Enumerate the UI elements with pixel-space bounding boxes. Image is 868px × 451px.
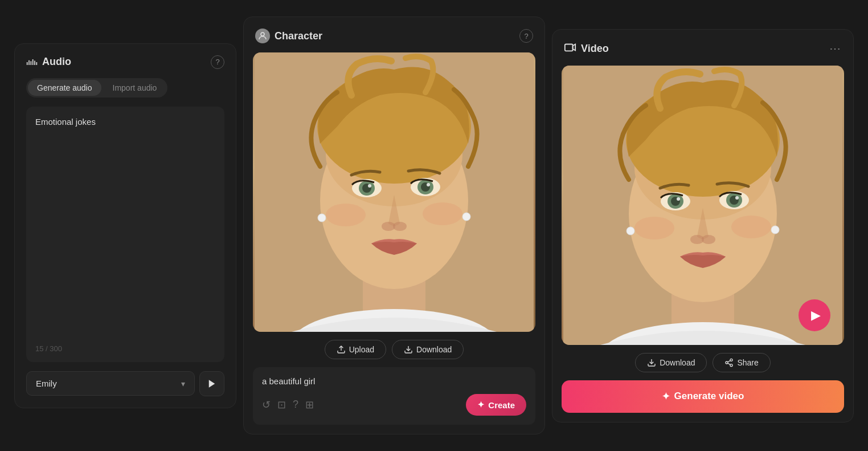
generate-video-icon: ✦ bbox=[662, 391, 670, 403]
video-play-button[interactable]: ▶ bbox=[799, 299, 830, 331]
image-icon[interactable]: ⊡ bbox=[277, 399, 286, 411]
audio-text-area[interactable]: Emotional jokes 15 / 300 bbox=[26, 107, 224, 362]
character-portrait-container bbox=[253, 52, 535, 332]
svg-point-24 bbox=[393, 222, 407, 231]
character-title: Character bbox=[255, 29, 322, 43]
char-count: 15 / 300 bbox=[35, 335, 215, 353]
character-portrait bbox=[253, 52, 535, 332]
svg-point-51 bbox=[634, 217, 674, 239]
voice-selector-row: Emily ▾ bbox=[26, 371, 224, 396]
prompt-icons: ↺ ⊡ ? ⊞ bbox=[262, 399, 314, 411]
character-download-label: Download bbox=[416, 345, 452, 354]
audio-header: Audio ? bbox=[26, 55, 224, 69]
character-prompt-bar: a beautiful girl ↺ ⊡ ? ⊞ ✦ Create bbox=[253, 367, 535, 425]
character-avatar-icon bbox=[255, 29, 270, 43]
svg-point-7 bbox=[261, 32, 264, 36]
upload-button[interactable]: Upload bbox=[325, 340, 386, 359]
share-label: Share bbox=[737, 358, 758, 367]
video-icon bbox=[564, 41, 576, 56]
video-header: Video ⋯ bbox=[552, 30, 853, 66]
create-icon: ✦ bbox=[477, 400, 485, 410]
svg-point-26 bbox=[462, 213, 470, 221]
svg-rect-31 bbox=[565, 44, 573, 51]
svg-point-18 bbox=[368, 184, 371, 188]
audio-text-content: Emotional jokes bbox=[35, 116, 215, 335]
svg-point-49 bbox=[627, 227, 634, 235]
video-portrait-container: ▶ bbox=[562, 66, 844, 345]
character-panel: Character ? bbox=[243, 17, 545, 434]
video-title: Video bbox=[564, 41, 609, 56]
svg-point-25 bbox=[318, 214, 326, 222]
svg-point-22 bbox=[427, 183, 430, 186]
info-icon[interactable]: ? bbox=[293, 399, 298, 411]
character-download-button[interactable]: Download bbox=[392, 340, 464, 359]
video-portrait: ▶ bbox=[562, 66, 844, 345]
svg-point-42 bbox=[677, 197, 680, 201]
audio-panel: Audio ? Generate audio Import audio Emot… bbox=[14, 43, 236, 408]
prompt-actions: ↺ ⊡ ? ⊞ ✦ Create bbox=[262, 394, 526, 416]
svg-point-48 bbox=[702, 235, 715, 244]
svg-point-27 bbox=[326, 204, 366, 226]
svg-point-28 bbox=[423, 202, 462, 225]
play-icon: ▶ bbox=[811, 308, 821, 323]
audio-help-button[interactable]: ? bbox=[211, 55, 224, 69]
character-action-row: Upload Download bbox=[244, 332, 544, 367]
settings-icon[interactable]: ⊞ bbox=[305, 399, 314, 411]
tab-import-audio[interactable]: Import audio bbox=[104, 80, 166, 96]
chevron-down-icon: ▾ bbox=[181, 379, 185, 388]
video-action-row: Download Share bbox=[552, 345, 853, 380]
audio-tab-bar: Generate audio Import audio bbox=[26, 78, 167, 97]
svg-point-54 bbox=[730, 359, 732, 361]
svg-point-52 bbox=[731, 216, 771, 238]
voice-dropdown[interactable]: Emily ▾ bbox=[26, 371, 195, 396]
voice-name: Emily bbox=[36, 379, 57, 388]
create-button[interactable]: ✦ Create bbox=[466, 394, 526, 416]
audio-title: Audio bbox=[26, 56, 71, 68]
play-button[interactable] bbox=[199, 371, 224, 396]
svg-point-50 bbox=[771, 226, 779, 234]
svg-marker-6 bbox=[209, 380, 215, 388]
video-panel: Video ⋯ bbox=[552, 29, 854, 422]
share-button[interactable]: Share bbox=[713, 353, 770, 372]
upload-label: Upload bbox=[349, 345, 374, 354]
svg-point-55 bbox=[726, 361, 728, 364]
svg-line-58 bbox=[728, 360, 731, 362]
character-help-button[interactable]: ? bbox=[519, 29, 533, 43]
video-download-label: Download bbox=[660, 358, 695, 367]
character-header: Character ? bbox=[244, 17, 544, 52]
svg-point-46 bbox=[735, 196, 739, 200]
tab-generate-audio[interactable]: Generate audio bbox=[28, 80, 101, 96]
generate-video-label: Generate video bbox=[674, 391, 744, 402]
create-label: Create bbox=[488, 400, 515, 410]
generate-video-button[interactable]: ✦ Generate video bbox=[562, 380, 844, 413]
video-download-button[interactable]: Download bbox=[635, 353, 707, 372]
prompt-text: a beautiful girl bbox=[262, 376, 526, 386]
more-options-button[interactable]: ⋯ bbox=[829, 42, 842, 55]
svg-point-56 bbox=[730, 364, 732, 366]
refresh-icon[interactable]: ↺ bbox=[262, 399, 271, 411]
audio-icon bbox=[26, 56, 38, 68]
svg-line-57 bbox=[728, 363, 731, 365]
